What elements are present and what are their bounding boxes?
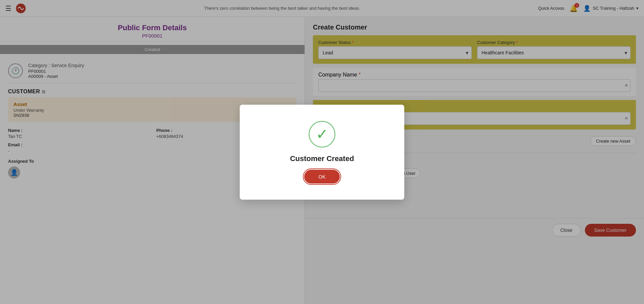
dialog-message: Customer Created <box>290 154 354 163</box>
success-dialog: ✓ Customer Created OK <box>240 105 404 200</box>
dialog-overlay: ✓ Customer Created OK <box>0 0 644 304</box>
checkmark-icon: ✓ <box>316 127 328 142</box>
success-icon-circle: ✓ <box>309 121 335 148</box>
ok-button[interactable]: OK <box>304 170 340 184</box>
